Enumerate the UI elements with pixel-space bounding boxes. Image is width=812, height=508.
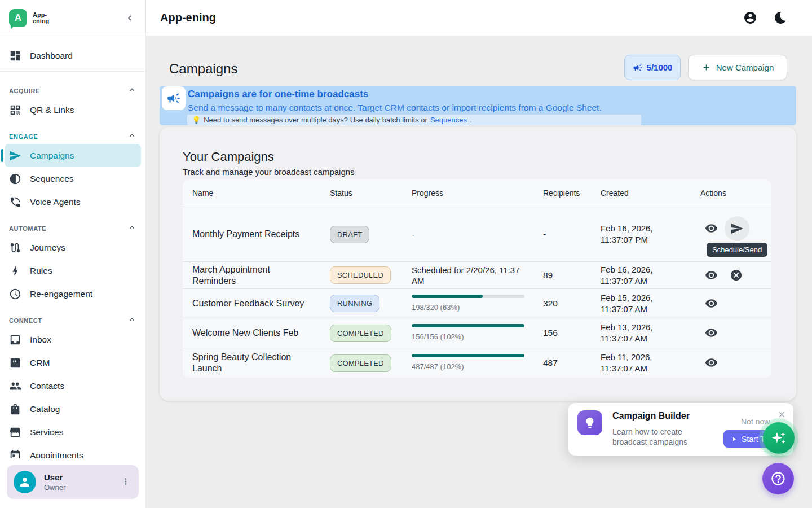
campaign-builder-popup: Campaign Builder Learn how to create bro… [568, 403, 793, 456]
view-button[interactable] [705, 222, 718, 235]
chevron-up-icon [127, 315, 136, 324]
sidebar-item-services[interactable]: Services [0, 421, 145, 444]
close-button[interactable] [777, 410, 787, 420]
people-icon [9, 380, 21, 392]
sequences-icon [9, 173, 21, 185]
eye-icon [705, 326, 718, 339]
storefront-icon [9, 426, 21, 439]
dark-mode-toggle[interactable] [774, 11, 788, 25]
progress-bar [412, 324, 524, 327]
status-badge: SCHEDULED [330, 266, 391, 284]
chevron-up-icon [127, 131, 136, 140]
col-progress: Progress [412, 189, 543, 198]
lightbulb-badge [577, 410, 602, 435]
phone-icon [9, 196, 21, 208]
sidebar: A App- ening Dashboard ACQUIRE QR & Link… [0, 0, 146, 508]
app-title: App-ening [160, 11, 216, 24]
schedule-send-button[interactable] [725, 216, 749, 241]
sidebar-item-contacts[interactable]: Contacts [0, 374, 145, 397]
sidebar-item-journeys[interactable]: Journeys [0, 236, 145, 259]
lightbulb-emoji: 💡 [192, 116, 201, 124]
col-recipients: Recipients [543, 189, 601, 198]
view-button[interactable] [705, 326, 718, 340]
user-menu-button[interactable] [121, 476, 132, 488]
banner-icon-box [162, 86, 186, 110]
sidebar-item-inbox[interactable]: Inbox [0, 328, 145, 351]
calendar-icon [9, 449, 21, 459]
sidebar-item-dashboard[interactable]: Dashboard [0, 44, 145, 67]
progress-bar [412, 354, 524, 357]
sidebar-item-crm[interactable]: CRM [0, 351, 145, 374]
plus-icon [701, 63, 711, 72]
view-button[interactable] [705, 356, 718, 370]
user-info: User Owner [44, 472, 65, 492]
cancel-icon [730, 269, 743, 282]
sidebar-collapse-button[interactable] [123, 11, 136, 25]
sidebar-item-voice-agents[interactable]: Voice Agents [0, 190, 145, 213]
status-badge: RUNNING [330, 295, 379, 312]
status-badge: COMPLETED [330, 325, 391, 342]
new-campaign-button[interactable]: New Campaign [688, 55, 787, 80]
sidebar-item-qr-links[interactable]: QR & Links [0, 98, 145, 121]
sidebar-footer: User Owner [0, 458, 145, 508]
card-title: Your Campaigns [183, 150, 274, 164]
ai-assistant-fab[interactable] [763, 422, 795, 454]
info-banner: Campaigns are for one-time broadcasts Se… [160, 86, 796, 125]
table-row: Monthly Payment Receipts DRAFT - - Feb 1… [183, 207, 771, 262]
sidebar-item-catalog[interactable]: Catalog [0, 397, 145, 421]
eye-icon [705, 297, 718, 310]
col-status: Status [330, 189, 412, 198]
main-content: Campaigns 5/1000 New Campaign Campaigns … [146, 36, 812, 508]
campaigns-card: Your Campaigns Track and manage your bro… [160, 127, 796, 401]
card-subtitle: Track and manage your broadcast campaign… [183, 167, 355, 177]
close-icon [777, 410, 787, 419]
chevron-up-icon [127, 85, 136, 94]
sidebar-item-re-engagement[interactable]: Re-engagement [0, 282, 145, 305]
popup-title: Campaign Builder [612, 411, 690, 421]
avatar [14, 471, 36, 493]
play-icon [731, 436, 738, 443]
person-icon [18, 475, 32, 489]
app-logo-letter: A [15, 12, 21, 24]
sidebar-item-campaigns[interactable]: Campaigns [5, 144, 141, 167]
status-badge: COMPLETED [330, 354, 391, 372]
more-vert-icon [121, 476, 131, 487]
inbox-icon [9, 334, 21, 346]
sidebar-nav: Dashboard ACQUIRE QR & Links ENGAGE Camp… [0, 36, 145, 458]
view-button[interactable] [705, 269, 718, 282]
send-icon [730, 222, 744, 235]
sidebar-item-rules[interactable]: Rules [0, 259, 145, 282]
sidebar-section-automate[interactable]: AUTOMATE [0, 213, 145, 236]
quota-badge[interactable]: 5/1000 [624, 55, 681, 80]
sidebar-section-engage[interactable]: ENGAGE [0, 121, 145, 144]
sidebar-item-appointments[interactable]: Appointments [0, 444, 145, 458]
user-role: Owner [44, 483, 65, 492]
help-icon [770, 471, 786, 487]
cancel-button[interactable] [730, 269, 743, 282]
view-button[interactable] [705, 297, 718, 310]
megaphone-icon [633, 63, 643, 73]
sidebar-section-acquire[interactable]: ACQUIRE [0, 76, 145, 98]
sidebar-header: A App- ening [0, 0, 145, 36]
progress-text: 156/156 (102%) [412, 331, 526, 342]
col-created: Created [601, 189, 700, 198]
send-icon [9, 150, 21, 162]
table-row: Spring Beauty Collection Launch COMPLETE… [183, 348, 771, 378]
sparkles-icon [770, 430, 787, 446]
app-logo-text: App- ening [33, 12, 49, 24]
sidebar-item-sequences[interactable]: Sequences [0, 167, 145, 190]
megaphone-icon [166, 91, 181, 106]
tip-suffix: . [470, 116, 472, 124]
help-fab[interactable] [762, 463, 794, 494]
table-row: Customer Feedback Survey RUNNING 198/320… [183, 289, 771, 318]
sequences-link[interactable]: Sequences [430, 116, 467, 124]
page-title: Campaigns [169, 61, 237, 77]
sidebar-section-connect[interactable]: CONNECT [0, 305, 145, 328]
crm-board-icon [9, 357, 21, 369]
not-now-button[interactable]: Not now [741, 417, 770, 426]
user-card[interactable]: User Owner [7, 465, 139, 499]
active-indicator [1, 149, 3, 162]
account-button[interactable] [743, 11, 758, 25]
clock-icon [9, 288, 21, 300]
chevron-left-icon [125, 13, 135, 23]
